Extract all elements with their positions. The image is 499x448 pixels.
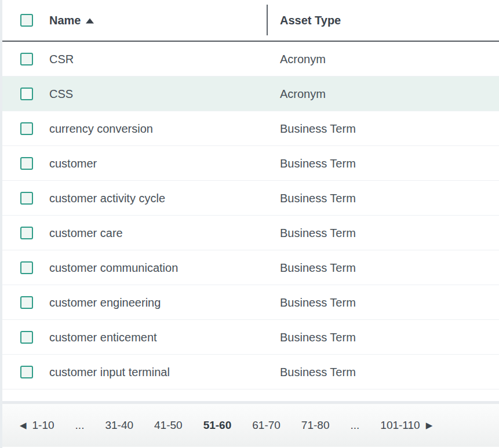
triangle-left-icon: ◀	[20, 420, 27, 431]
table-row[interactable]: customer communication Business Term	[2, 250, 499, 285]
table-row[interactable]: customer engineering Business Term	[2, 285, 499, 320]
column-header-name-label: Name	[49, 14, 81, 27]
pagination-page[interactable]: 31-40	[105, 419, 133, 432]
table-row[interactable]: customer input terminal Business Term	[2, 355, 499, 389]
column-header-name[interactable]: Name	[49, 14, 94, 27]
table-row[interactable]: customer enticement Business Term	[2, 320, 499, 355]
pagination-ellipsis: ...	[350, 419, 359, 432]
pagination-page[interactable]: 61-70	[252, 419, 281, 432]
sort-ascending-icon	[86, 19, 94, 24]
table-row[interactable]: currency conversion Business Term	[2, 111, 499, 146]
row-checkbox[interactable]	[20, 53, 33, 65]
pagination-page[interactable]: 41-50	[154, 419, 183, 432]
column-header-asset-type[interactable]: Asset Type	[280, 14, 341, 27]
row-checkbox[interactable]	[20, 227, 33, 239]
row-checkbox[interactable]	[20, 261, 33, 274]
pagination-next-button[interactable]: ▶	[426, 421, 433, 430]
table-body: CSR Acronym CSS Acronym currency convers…	[2, 42, 499, 389]
asset-type-cell: Business Term	[280, 261, 356, 274]
pagination-prev-button[interactable]: ◀	[20, 421, 27, 430]
table-header-row: Name Asset Type	[2, 0, 499, 42]
asset-type-cell: Acronym	[280, 87, 326, 100]
asset-type-cell: Acronym	[280, 52, 326, 65]
column-divider	[267, 5, 268, 35]
pagination-page[interactable]: 71-80	[301, 419, 330, 432]
asset-name-cell: customer activity cycle	[49, 191, 165, 205]
asset-table: Name Asset Type CSR Acronym CSS Acronym …	[2, 0, 499, 447]
asset-name-cell: customer engineering	[49, 296, 161, 309]
asset-name-cell: customer	[49, 156, 97, 170]
pagination-ellipsis: ...	[75, 419, 85, 432]
asset-type-cell: Business Term	[280, 365, 356, 378]
table-row[interactable]: CSS Acronym	[2, 77, 499, 111]
asset-type-cell: Business Term	[280, 330, 356, 344]
pagination-page[interactable]: 101-110	[380, 419, 420, 432]
asset-type-cell: Business Term	[280, 226, 356, 239]
pagination-page[interactable]: 1-10	[32, 419, 54, 432]
row-checkbox[interactable]	[20, 366, 33, 378]
table-row[interactable]: CSR Acronym	[2, 42, 499, 77]
asset-name-cell: CSS	[49, 87, 73, 100]
row-checkbox[interactable]	[20, 122, 33, 135]
asset-name-cell: customer input terminal	[49, 365, 170, 378]
row-checkbox[interactable]	[20, 157, 33, 170]
table-bottom-spacer	[2, 389, 499, 401]
row-checkbox[interactable]	[20, 192, 33, 205]
table-row[interactable]: customer care Business Term	[2, 216, 499, 250]
triangle-right-icon: ▶	[426, 420, 433, 431]
asset-type-cell: Business Term	[280, 296, 356, 309]
asset-type-cell: Business Term	[280, 156, 356, 170]
column-header-asset-type-label: Asset Type	[280, 14, 341, 27]
table-row[interactable]: customer Business Term	[2, 146, 499, 181]
select-all-checkbox[interactable]	[20, 14, 33, 27]
pagination-bar: ◀ 1-10...31-4041-5051-6061-7071-80...101…	[2, 404, 499, 447]
asset-name-cell: CSR	[49, 52, 74, 65]
asset-name-cell: customer communication	[49, 261, 178, 274]
row-checkbox[interactable]	[20, 296, 33, 309]
asset-type-cell: Business Term	[280, 122, 356, 135]
row-checkbox[interactable]	[20, 331, 33, 344]
asset-name-cell: customer enticement	[49, 330, 157, 344]
row-checkbox[interactable]	[20, 88, 33, 100]
table-row[interactable]: customer activity cycle Business Term	[2, 181, 499, 216]
asset-name-cell: currency conversion	[49, 122, 153, 135]
pagination-page[interactable]: 51-60	[203, 419, 232, 432]
asset-type-cell: Business Term	[280, 191, 356, 205]
asset-name-cell: customer care	[49, 226, 123, 239]
